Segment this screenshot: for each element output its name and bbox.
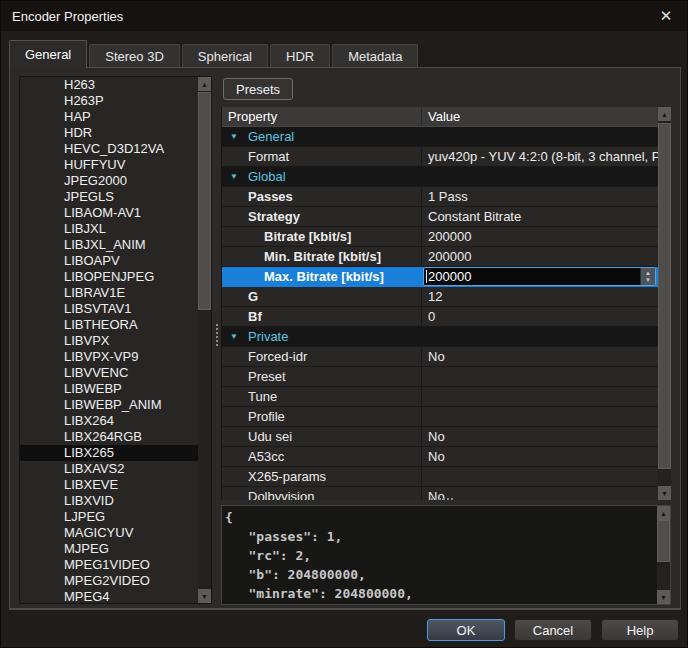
encoder-item-libwebp[interactable]: LIBWEBP bbox=[20, 381, 198, 397]
scroll-down-button[interactable]: ▼ bbox=[198, 589, 211, 603]
tab-stereo-3d[interactable]: Stereo 3D bbox=[89, 44, 180, 67]
encoder-item-mpeg4[interactable]: MPEG4 bbox=[20, 589, 198, 603]
encoder-item-hdr[interactable]: HDR bbox=[20, 125, 198, 141]
property-row-max-bitrate-kbit-s[interactable]: Max. Bitrate [kbit/s]200000▲▼ bbox=[222, 267, 658, 287]
property-value[interactable]: 12 bbox=[422, 287, 658, 306]
encoder-item-libxeve[interactable]: LIBXEVE bbox=[20, 477, 198, 493]
property-value[interactable]: No bbox=[422, 347, 658, 366]
property-group-general[interactable]: ▼General bbox=[222, 127, 658, 147]
encoder-item-libxvid[interactable]: LIBXVID bbox=[20, 493, 198, 509]
property-row-forced-idr[interactable]: Forced-idrNo bbox=[222, 347, 658, 367]
spin-up-icon[interactable]: ▲ bbox=[645, 270, 651, 277]
vertical-splitter-handle[interactable] bbox=[215, 324, 219, 346]
cancel-button[interactable]: Cancel bbox=[514, 619, 592, 641]
encoder-item-libsvtav1[interactable]: LIBSVTAV1 bbox=[20, 301, 198, 317]
property-row-profile[interactable]: Profile bbox=[222, 407, 658, 427]
encoder-list[interactable]: H263H263PHAPHDRHEVC_D3D12VAHUFFYUVJPEG20… bbox=[19, 76, 212, 604]
encoder-item-magicyuv[interactable]: MAGICYUV bbox=[20, 525, 198, 541]
encoder-item-libxavs2[interactable]: LIBXAVS2 bbox=[20, 461, 198, 477]
encoder-item-mpeg1video[interactable]: MPEG1VIDEO bbox=[20, 557, 198, 573]
encoder-item-libaom-av1[interactable]: LIBAOM-AV1 bbox=[20, 205, 198, 221]
encoder-item-mjpeg[interactable]: MJPEG bbox=[20, 541, 198, 557]
property-table-scrollbar[interactable]: ▲ ▼ bbox=[658, 107, 671, 500]
property-row-g[interactable]: G12 bbox=[222, 287, 658, 307]
ok-button[interactable]: OK bbox=[427, 619, 505, 641]
property-group-private[interactable]: ▼Private bbox=[222, 327, 658, 347]
tab-spherical[interactable]: Spherical bbox=[182, 44, 268, 67]
encoder-item-libjxl[interactable]: LIBJXL bbox=[20, 221, 198, 237]
scroll-up-button[interactable]: ▲ bbox=[198, 77, 211, 91]
property-value[interactable]: 200000▲▼ bbox=[422, 267, 658, 286]
property-row-min-bitrate-kbit-s[interactable]: Min. Bitrate [kbit/s]200000 bbox=[222, 247, 658, 267]
property-row-tune[interactable]: Tune bbox=[222, 387, 658, 407]
property-row-bf[interactable]: Bf0 bbox=[222, 307, 658, 327]
property-value[interactable]: 200000 bbox=[422, 227, 658, 246]
encoder-item-h263[interactable]: H263 bbox=[20, 77, 198, 93]
encoder-item-libvpx[interactable]: LIBVPX bbox=[20, 333, 198, 349]
scroll-up-button[interactable]: ▲ bbox=[657, 506, 670, 520]
encoder-item-huffyuv[interactable]: HUFFYUV bbox=[20, 157, 198, 173]
property-row-a53cc[interactable]: A53ccNo bbox=[222, 447, 658, 467]
column-header-value[interactable]: Value bbox=[422, 107, 658, 126]
json-view[interactable]: { "passes": 1, "rc": 2, "b": 204800000, … bbox=[221, 505, 671, 605]
scroll-down-button[interactable]: ▼ bbox=[657, 590, 670, 604]
property-value[interactable]: yuv420p - YUV 4:2:0 (8-bit, 3 channel, P… bbox=[422, 147, 658, 166]
encoder-item-liboapv[interactable]: LIBOAPV bbox=[20, 253, 198, 269]
scroll-up-button[interactable]: ▲ bbox=[658, 107, 671, 121]
property-value[interactable]: Constant Bitrate bbox=[422, 207, 658, 226]
property-row-format[interactable]: Formatyuv420p - YUV 4:2:0 (8-bit, 3 chan… bbox=[222, 147, 658, 167]
spinbox-stepper[interactable]: ▲▼ bbox=[640, 268, 655, 285]
scroll-thumb[interactable] bbox=[198, 92, 211, 310]
presets-button[interactable]: Presets bbox=[223, 78, 293, 100]
spin-down-icon[interactable]: ▼ bbox=[645, 277, 651, 284]
collapse-icon[interactable]: ▼ bbox=[222, 332, 248, 341]
scroll-down-button[interactable]: ▼ bbox=[658, 486, 671, 500]
property-row-strategy[interactable]: StrategyConstant Bitrate bbox=[222, 207, 658, 227]
property-row-passes[interactable]: Passes1 Pass bbox=[222, 187, 658, 207]
property-table[interactable]: Property Value ▼GeneralFormatyuv420p - Y… bbox=[221, 107, 671, 500]
collapse-icon[interactable]: ▼ bbox=[222, 132, 248, 141]
property-row-bitrate-kbit-s[interactable]: Bitrate [kbit/s]200000 bbox=[222, 227, 658, 247]
tab-general[interactable]: General bbox=[9, 40, 87, 68]
property-value[interactable]: No bbox=[422, 487, 658, 500]
encoder-item-hap[interactable]: HAP bbox=[20, 109, 198, 125]
property-group-global[interactable]: ▼Global bbox=[222, 167, 658, 187]
encoder-item-libx264rgb[interactable]: LIBX264RGB bbox=[20, 429, 198, 445]
horizontal-splitter-handle[interactable] bbox=[431, 497, 453, 501]
close-icon[interactable]: ✕ bbox=[653, 4, 679, 28]
encoder-item-ljpeg[interactable]: LJPEG bbox=[20, 509, 198, 525]
encoder-item-mpeg2video[interactable]: MPEG2VIDEO bbox=[20, 573, 198, 589]
encoder-item-libvpx-vp9[interactable]: LIBVPX-VP9 bbox=[20, 349, 198, 365]
encoder-item-hevc-d3d12va[interactable]: HEVC_D3D12VA bbox=[20, 141, 198, 157]
encoder-list-scrollbar[interactable]: ▲ ▼ bbox=[198, 77, 211, 603]
encoder-item-libwebp-anim[interactable]: LIBWEBP_ANIM bbox=[20, 397, 198, 413]
encoder-item-libvvenc[interactable]: LIBVVENC bbox=[20, 365, 198, 381]
tab-hdr[interactable]: HDR bbox=[270, 44, 330, 67]
titlebar[interactable]: Encoder Properties ✕ bbox=[1, 1, 687, 31]
value-spinbox-input[interactable]: 200000▲▼ bbox=[423, 267, 656, 286]
encoder-item-jpegls[interactable]: JPEGLS bbox=[20, 189, 198, 205]
encoder-item-libx264[interactable]: LIBX264 bbox=[20, 413, 198, 429]
collapse-icon[interactable]: ▼ bbox=[222, 172, 248, 181]
scroll-thumb[interactable] bbox=[658, 123, 671, 469]
property-value[interactable] bbox=[422, 367, 658, 386]
scroll-thumb[interactable] bbox=[657, 520, 670, 562]
property-row-x265-params[interactable]: X265-params bbox=[222, 467, 658, 487]
json-view-scrollbar[interactable]: ▲ ▼ bbox=[657, 506, 670, 604]
property-row-preset[interactable]: Preset bbox=[222, 367, 658, 387]
property-value[interactable]: 200000 bbox=[422, 247, 658, 266]
property-value[interactable]: No bbox=[422, 447, 658, 466]
property-value[interactable] bbox=[422, 387, 658, 406]
encoder-item-libx265[interactable]: LIBX265 bbox=[20, 445, 198, 461]
encoder-item-libopenjpeg[interactable]: LIBOPENJPEG bbox=[20, 269, 198, 285]
property-value[interactable] bbox=[422, 467, 658, 486]
column-header-property[interactable]: Property bbox=[222, 107, 422, 126]
property-row-udu-sei[interactable]: Udu seiNo bbox=[222, 427, 658, 447]
encoder-item-libjxl-anim[interactable]: LIBJXL_ANIM bbox=[20, 237, 198, 253]
encoder-item-jpeg2000[interactable]: JPEG2000 bbox=[20, 173, 198, 189]
property-value[interactable]: 1 Pass bbox=[422, 187, 658, 206]
encoder-item-h263p[interactable]: H263P bbox=[20, 93, 198, 109]
property-value[interactable]: No bbox=[422, 427, 658, 446]
encoder-item-librav1e[interactable]: LIBRAV1E bbox=[20, 285, 198, 301]
property-value[interactable] bbox=[422, 407, 658, 426]
